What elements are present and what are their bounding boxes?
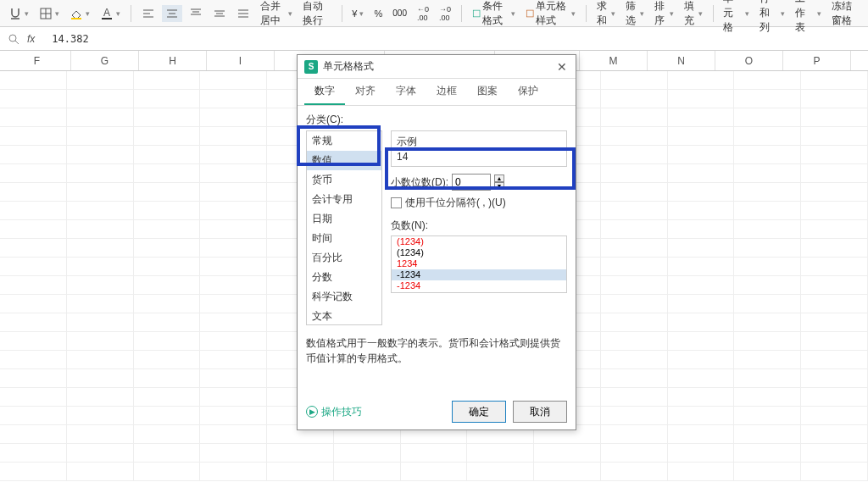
currency-button[interactable]: ¥▾ [348, 7, 367, 20]
category-item[interactable]: 时间 [307, 229, 381, 248]
col-header[interactable]: N [648, 51, 715, 70]
percent-button[interactable]: % [370, 7, 386, 20]
auto-wrap-button[interactable]: 自动换行 [299, 0, 334, 30]
negative-item[interactable]: 1234 [392, 258, 566, 269]
negative-item[interactable]: (1234) [392, 247, 566, 258]
align-distributed-button[interactable] [233, 5, 253, 22]
filter-label: 筛选 [626, 0, 637, 28]
negative-item[interactable]: -1234 [392, 280, 566, 291]
decrease-decimal-button[interactable]: →0.00 [436, 3, 454, 24]
category-item[interactable]: 数值 [307, 151, 381, 170]
category-item[interactable]: 日期 [307, 209, 381, 229]
col-header[interactable]: G [71, 51, 139, 70]
tab-pattern[interactable]: 图案 [467, 79, 508, 105]
svg-line-24 [15, 41, 19, 44]
search-icon[interactable] [7, 32, 20, 46]
sort-button[interactable]: 排序▾ [651, 0, 676, 30]
dialog-title: 单元格格式 [323, 59, 555, 74]
separator [461, 5, 462, 22]
col-header[interactable]: H [139, 51, 207, 70]
merge-center-button[interactable]: 合并居中▾ [257, 0, 297, 30]
category-item[interactable]: 科学记数 [307, 287, 381, 307]
col-header[interactable]: O [715, 51, 783, 70]
tips-link[interactable]: ▶ 操作技巧 [306, 405, 445, 419]
cell-button[interactable]: 单元格▾ [720, 0, 752, 36]
ok-button[interactable]: 确定 [452, 401, 506, 423]
decimal-places-row: 小数位数(D): ▲ ▼ [391, 174, 567, 191]
sum-label: 求和 [597, 0, 609, 28]
dialog-body: 分类(C): 常规 数值 货币 会计专用 日期 时间 百分比 分数 科学记数 文… [298, 106, 576, 394]
spinner-up-icon[interactable]: ▲ [494, 175, 504, 182]
conditional-format-button[interactable]: 条件格式▾ [469, 0, 519, 30]
svg-rect-5 [102, 18, 112, 19]
tab-number[interactable]: 数字 [304, 79, 345, 105]
font-color-button[interactable]: A▾ [97, 5, 124, 22]
negative-item[interactable]: (1234) [392, 236, 566, 247]
category-label: 分类(C): [306, 113, 567, 127]
svg-rect-3 [71, 18, 81, 19]
formula-value[interactable]: 14.382 [42, 33, 88, 45]
thousands-checkbox[interactable] [391, 197, 402, 208]
cell-style-label: 单元格样式 [536, 0, 569, 28]
negative-label: 负数(N): [391, 219, 567, 233]
category-item[interactable]: 货币 [307, 170, 381, 190]
underline-button[interactable]: ▾ [5, 5, 32, 22]
col-header[interactable]: I [207, 51, 275, 70]
tips-label: 操作技巧 [321, 405, 362, 419]
spinner-down-icon[interactable]: ▼ [494, 182, 504, 190]
decimal-spinner[interactable]: ▲ ▼ [494, 175, 504, 190]
col-header[interactable]: F [3, 51, 71, 70]
thousands-separator-row[interactable]: 使用千位分隔符( , )(U) [391, 196, 567, 210]
svg-rect-21 [473, 10, 480, 17]
tab-font[interactable]: 字体 [386, 79, 426, 105]
decimal-places-input[interactable] [452, 174, 491, 191]
negative-format-list[interactable]: (1234) (1234) 1234 -1234 -1234 [391, 235, 567, 293]
align-top-button[interactable] [186, 5, 206, 22]
align-center-button[interactable] [162, 5, 182, 22]
fill-button[interactable]: 填充▾ [681, 0, 706, 30]
comma-style-button[interactable]: 000 [389, 7, 410, 19]
row-col-button[interactable]: 行和列▾ [756, 0, 788, 36]
sum-button[interactable]: 求和▾ [593, 0, 619, 30]
category-item[interactable]: 文本 [307, 307, 381, 325]
merge-center-label: 合并居中 [260, 0, 287, 28]
thousands-label: 使用千位分隔符( , )(U) [405, 196, 506, 210]
freeze-label: 冻结窗格 [832, 0, 860, 28]
dialog-footer: ▶ 操作技巧 确定 取消 [298, 394, 576, 429]
filter-button[interactable]: 筛选▾ [622, 0, 648, 30]
separator [131, 5, 131, 22]
play-icon: ▶ [306, 406, 318, 418]
increase-decimal-button[interactable]: ←0.00 [414, 3, 432, 24]
example-label: 示例 [397, 135, 561, 149]
conditional-format-label: 条件格式 [482, 0, 509, 28]
cell-style-button[interactable]: 单元格样式▾ [522, 0, 580, 30]
category-item[interactable]: 分数 [307, 268, 381, 287]
format-description: 数值格式用于一般数字的表示。货币和会计格式则提供货币值计算的专用格式。 [306, 335, 567, 366]
freeze-button[interactable]: 冻结窗格 [828, 0, 863, 30]
auto-wrap-label: 自动换行 [303, 0, 331, 28]
dialog-tabs: 数字 对齐 字体 边框 图案 保护 [298, 79, 576, 106]
align-middle-button[interactable] [209, 5, 230, 22]
main-toolbar: ▾ ▾ ▾ A▾ 合并居中▾ 自动换行 ¥▾ % 000 ←0.00 →0.00… [0, 0, 868, 27]
tab-align[interactable]: 对齐 [345, 79, 386, 105]
col-header[interactable]: M [580, 51, 648, 70]
fill-color-button[interactable]: ▾ [66, 5, 93, 22]
worksheet-button[interactable]: 工作表▾ [792, 0, 824, 36]
tab-border[interactable]: 边框 [426, 79, 467, 105]
cell-label: 单元格 [723, 0, 742, 35]
category-item[interactable]: 会计专用 [307, 190, 381, 209]
fill-label: 填充 [684, 0, 696, 28]
close-icon[interactable]: ✕ [555, 60, 569, 74]
negative-item[interactable]: -1234 [392, 269, 566, 280]
col-header[interactable]: P [783, 51, 851, 70]
example-value: 14 [397, 149, 561, 163]
category-list[interactable]: 常规 数值 货币 会计专用 日期 时间 百分比 分数 科学记数 文本 特殊 自定… [306, 130, 382, 325]
fx-label[interactable]: fx [27, 33, 35, 45]
cancel-button[interactable]: 取消 [513, 401, 567, 423]
tab-protect[interactable]: 保护 [508, 79, 548, 105]
align-left-button[interactable] [138, 5, 159, 22]
border-button[interactable]: ▾ [36, 5, 63, 22]
category-item[interactable]: 百分比 [307, 248, 381, 268]
category-item[interactable]: 常规 [307, 131, 381, 151]
format-options-pane: 示例 14 小数位数(D): ▲ ▼ 使用千位分隔符( , )(U) 负数(N)… [391, 130, 567, 325]
